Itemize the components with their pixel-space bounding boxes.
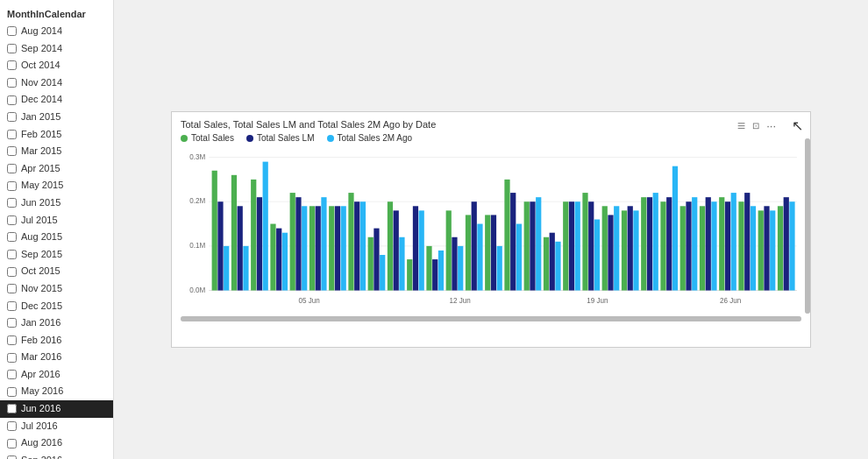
- filter-item-feb-2016[interactable]: Feb 2016: [0, 332, 113, 350]
- filter-item-mar-2015[interactable]: Mar 2015: [0, 143, 113, 160]
- filter-item-nov-2014[interactable]: Nov 2014: [0, 74, 113, 92]
- chart-scrollbar-thumb[interactable]: [181, 316, 801, 321]
- filter-label-0: Aug 2014: [21, 24, 62, 39]
- svg-rect-38: [399, 237, 404, 291]
- filter-label-6: Feb 2015: [21, 127, 61, 143]
- svg-rect-40: [413, 206, 418, 290]
- filter-label-15: Nov 2015: [21, 281, 62, 297]
- filter-item-jul-2015[interactable]: Jul 2015: [0, 212, 113, 230]
- svg-text:0.3M: 0.3M: [189, 153, 205, 161]
- svg-rect-57: [524, 201, 530, 290]
- svg-rect-18: [270, 224, 275, 291]
- svg-rect-31: [354, 201, 359, 290]
- svg-rect-21: [290, 193, 295, 290]
- filter-item-jan-2015[interactable]: Jan 2015: [0, 109, 113, 126]
- expand-icon[interactable]: ⊡: [752, 121, 759, 131]
- filter-item-aug-2016[interactable]: Aug 2016: [0, 434, 113, 452]
- filter-label-20: Apr 2016: [21, 367, 60, 383]
- filter-item-feb-2015[interactable]: Feb 2015: [0, 126, 113, 144]
- chart-scrollbar[interactable]: [181, 316, 801, 321]
- filter-checkbox-19[interactable]: [7, 353, 17, 363]
- filter-checkbox-22[interactable]: [7, 404, 17, 413]
- chart-legend: Total Sales Total Sales LM Total Sales 2…: [181, 133, 801, 143]
- svg-rect-52: [491, 215, 496, 290]
- filter-checkbox-6[interactable]: [7, 130, 17, 139]
- svg-rect-73: [628, 206, 633, 290]
- filter-checkbox-17[interactable]: [7, 318, 17, 328]
- filter-item-jan-2016[interactable]: Jan 2016: [0, 314, 113, 332]
- svg-rect-37: [394, 210, 399, 290]
- filter-checkbox-23[interactable]: [7, 421, 17, 431]
- filter-checkbox-16[interactable]: [7, 301, 17, 311]
- filter-item-apr-2016[interactable]: Apr 2016: [0, 366, 113, 384]
- filter-label-11: Jul 2015: [21, 213, 58, 229]
- filter-item-jun-2015[interactable]: Jun 2015: [0, 194, 113, 212]
- filter-label-12: Aug 2015: [21, 230, 62, 245]
- main-area: ≡ ⊡ ··· ↖ Total Sales, Total Sales LM an…: [114, 0, 868, 459]
- filter-checkbox-2[interactable]: [7, 60, 17, 70]
- legend-label-total-sales-lm: Total Sales LM: [257, 133, 315, 143]
- filter-checkbox-7[interactable]: [7, 146, 17, 156]
- chart-vscrollbar-thumb[interactable]: [805, 138, 810, 314]
- filter-label-21: May 2016: [21, 384, 63, 399]
- filter-item-sep-2016[interactable]: Sep 2016: [0, 452, 113, 459]
- filter-checkbox-5[interactable]: [7, 112, 17, 122]
- filter-checkbox-25[interactable]: [7, 455, 17, 459]
- svg-rect-15: [251, 180, 256, 291]
- svg-rect-66: [582, 193, 587, 290]
- filter-item-apr-2015[interactable]: Apr 2015: [0, 160, 113, 178]
- legend-dot-total-sales-lm: [246, 135, 253, 142]
- filter-item-aug-2015[interactable]: Aug 2015: [0, 229, 113, 246]
- filter-checkbox-1[interactable]: [7, 44, 17, 53]
- filter-checkbox-12[interactable]: [7, 232, 17, 242]
- filter-label-3: Nov 2014: [21, 75, 62, 91]
- more-options-icon[interactable]: ···: [766, 119, 776, 132]
- filter-checkbox-8[interactable]: [7, 164, 17, 173]
- filter-checkbox-9[interactable]: [7, 181, 17, 191]
- filter-checkbox-14[interactable]: [7, 267, 17, 277]
- filter-item-sep-2014[interactable]: Sep 2014: [0, 40, 113, 58]
- menu-icon[interactable]: ≡: [737, 118, 745, 134]
- filter-checkbox-10[interactable]: [7, 198, 17, 208]
- filter-checkbox-18[interactable]: [7, 335, 17, 345]
- svg-rect-77: [653, 193, 658, 290]
- svg-rect-32: [360, 201, 366, 290]
- svg-rect-19: [276, 229, 281, 291]
- filter-item-may-2016[interactable]: May 2016: [0, 383, 113, 400]
- chart-vscrollbar[interactable]: [805, 138, 810, 314]
- filter-item-may-2015[interactable]: May 2015: [0, 177, 113, 194]
- filter-checkbox-4[interactable]: [7, 95, 17, 105]
- filter-item-jul-2016[interactable]: Jul 2016: [0, 418, 113, 435]
- filter-item-oct-2015[interactable]: Oct 2015: [0, 263, 113, 280]
- filter-checkbox-24[interactable]: [7, 439, 17, 448]
- filter-checkbox-3[interactable]: [7, 78, 17, 88]
- filter-label-25: Sep 2016: [21, 453, 62, 459]
- svg-rect-59: [536, 197, 541, 290]
- svg-rect-14: [243, 246, 248, 291]
- svg-rect-94: [764, 206, 769, 290]
- svg-rect-49: [472, 201, 477, 290]
- svg-rect-79: [666, 197, 672, 290]
- svg-rect-25: [316, 206, 321, 290]
- filter-checkbox-13[interactable]: [7, 250, 17, 259]
- filter-item-mar-2016[interactable]: Mar 2016: [0, 349, 113, 366]
- filter-item-dec-2015[interactable]: Dec 2015: [0, 298, 113, 315]
- filter-item-aug-2014[interactable]: Aug 2014: [0, 23, 113, 40]
- filter-item-oct-2014[interactable]: Oct 2014: [0, 57, 113, 74]
- svg-text:0.1M: 0.1M: [189, 242, 205, 250]
- filter-checkbox-21[interactable]: [7, 387, 17, 397]
- svg-rect-46: [452, 237, 457, 291]
- filter-item-jun-2016[interactable]: Jun 2016: [0, 400, 113, 418]
- svg-rect-71: [614, 206, 619, 290]
- svg-rect-72: [622, 210, 627, 290]
- filter-header: MonthInCalendar: [0, 7, 113, 23]
- filter-item-sep-2015[interactable]: Sep 2015: [0, 246, 113, 264]
- filter-item-nov-2015[interactable]: Nov 2015: [0, 280, 113, 298]
- filter-label-5: Jan 2015: [21, 109, 60, 125]
- svg-text:19 Jun: 19 Jun: [587, 297, 608, 305]
- filter-item-dec-2014[interactable]: Dec 2014: [0, 91, 113, 109]
- filter-checkbox-0[interactable]: [7, 26, 17, 36]
- filter-checkbox-20[interactable]: [7, 370, 17, 379]
- filter-checkbox-11[interactable]: [7, 215, 17, 225]
- filter-checkbox-15[interactable]: [7, 284, 17, 293]
